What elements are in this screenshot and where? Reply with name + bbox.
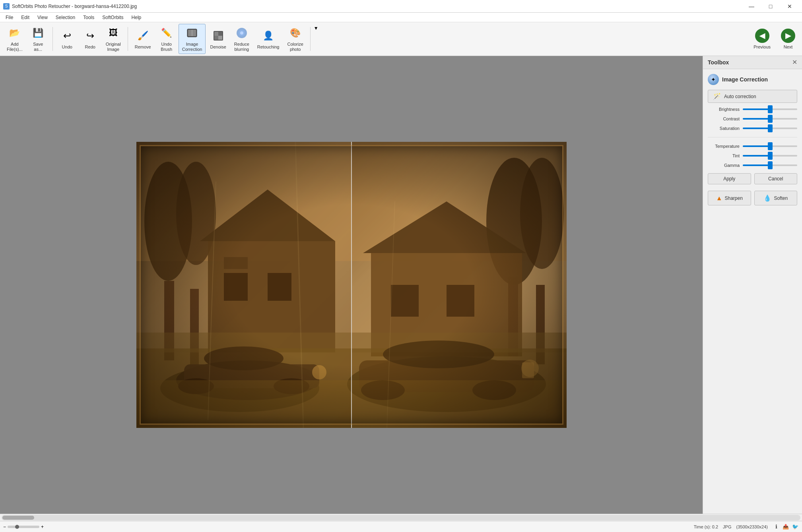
toolbox-panel: Toolbox ✕ ✦ Image Correction 🪄 Auto corr…	[703, 56, 802, 514]
save-as-button[interactable]: 💾 Saveas...	[27, 24, 49, 54]
redo-button[interactable]: ↪ Redo	[79, 27, 101, 52]
original-image-label: OriginalImage	[106, 42, 121, 52]
gamma-slider[interactable]	[743, 164, 797, 166]
tint-label: Tint	[708, 153, 740, 158]
maximize-button[interactable]: □	[761, 0, 780, 13]
zoom-out-button[interactable]: −	[3, 524, 6, 530]
undo-brush-button[interactable]: ✏️ UndoBrush	[155, 24, 178, 54]
denoise-button[interactable]: Denoise	[206, 27, 229, 52]
canvas-area[interactable]	[0, 56, 703, 514]
brightness-label: Brightness	[708, 107, 740, 112]
reduce-blurring-label: Reduceblurring	[234, 42, 249, 52]
gamma-label: Gamma	[708, 163, 740, 168]
image-container	[136, 142, 567, 428]
image-correction-button[interactable]: ImageCorrection	[179, 24, 206, 54]
format-status: JPG	[723, 524, 731, 529]
contrast-thumb[interactable]	[768, 115, 773, 123]
zoom-slider-thumb[interactable]	[15, 525, 19, 529]
cancel-button[interactable]: Cancel	[754, 173, 798, 184]
menu-item-view[interactable]: View	[33, 13, 52, 22]
toolbox-close-button[interactable]: ✕	[792, 59, 797, 66]
toolbar-more-button[interactable]: ▼	[314, 25, 318, 31]
previous-button[interactable]: ◀ Previous	[750, 27, 774, 52]
menu-item-edit[interactable]: Edit	[17, 13, 33, 22]
app-icon: S	[3, 3, 10, 10]
close-button[interactable]: ✕	[781, 0, 799, 13]
sharpen-soften-row: ▲ Sharpen 💧 Soften	[708, 191, 797, 205]
undo-label: Undo	[62, 44, 72, 50]
contrast-row: Contrast	[708, 116, 797, 121]
add-files-label: AddFile(s)...	[7, 42, 23, 52]
temperature-fill	[743, 145, 770, 147]
minimize-button[interactable]: —	[742, 0, 761, 13]
tint-slider[interactable]	[743, 155, 797, 157]
saturation-row: Saturation	[708, 126, 797, 131]
auto-correction-button[interactable]: 🪄 Auto correction	[708, 90, 797, 103]
original-image-icon: 🖼	[106, 26, 120, 40]
social-icon[interactable]: 🐦	[792, 523, 799, 530]
info-icon[interactable]: ℹ	[773, 523, 780, 530]
saturation-thumb[interactable]	[768, 124, 773, 132]
horizontal-scrollbar[interactable]	[2, 515, 800, 520]
toolbar-sep-3	[310, 27, 311, 51]
tint-row: Tint	[708, 153, 797, 158]
denoise-icon	[211, 29, 225, 43]
title-bar-left: S SoftOrbits Photo Retoucher - borgward-…	[3, 3, 137, 10]
image-correction-section-icon: ✦	[708, 74, 719, 85]
retouching-button[interactable]: 👤 Retouching	[254, 27, 283, 52]
image-correction-label: ImageCorrection	[182, 42, 202, 52]
redo-label: Redo	[85, 44, 95, 50]
sharpen-button[interactable]: ▲ Sharpen	[708, 191, 751, 205]
zoom-in-button[interactable]: +	[41, 524, 44, 530]
menu-item-help[interactable]: Help	[128, 13, 146, 22]
remove-button[interactable]: 🖌️ Remove	[131, 27, 155, 52]
colorize-photo-label: Colorizephoto	[287, 42, 303, 52]
menu-item-file[interactable]: File	[2, 13, 17, 22]
svg-rect-6	[214, 36, 218, 40]
menu-item-tools[interactable]: Tools	[79, 13, 98, 22]
reduce-blurring-button[interactable]: Reduceblurring	[231, 24, 253, 54]
horizontal-scrollbar-thumb[interactable]	[2, 516, 34, 520]
image-correction-icon	[185, 26, 199, 40]
saturation-slider[interactable]	[743, 128, 797, 129]
brightness-slider[interactable]	[743, 108, 797, 110]
svg-point-10	[240, 31, 243, 35]
saturation-fill	[743, 128, 770, 129]
temperature-slider[interactable]	[743, 145, 797, 147]
tint-fill	[743, 155, 770, 157]
next-button[interactable]: ▶ Next	[777, 27, 799, 52]
saturation-label: Saturation	[708, 126, 740, 131]
menu-item-softorbits[interactable]: SoftOrbits	[98, 13, 127, 22]
main-area: Toolbox ✕ ✦ Image Correction 🪄 Auto corr…	[0, 56, 802, 514]
zoom-slider[interactable]	[8, 526, 39, 528]
share-icon[interactable]: 📤	[782, 523, 789, 530]
sharpen-label: Sharpen	[724, 195, 742, 201]
colorize-photo-button[interactable]: 🎨 Colorizephoto	[284, 24, 307, 54]
toolbox-title: Toolbox	[708, 59, 729, 66]
image-display	[136, 142, 567, 428]
scene-svg	[136, 142, 567, 428]
status-left: − +	[3, 524, 44, 530]
apply-button[interactable]: Apply	[708, 173, 751, 184]
add-files-button[interactable]: 📂 AddFile(s)...	[3, 24, 26, 54]
gamma-thumb[interactable]	[768, 161, 773, 169]
retouching-icon: 👤	[261, 29, 276, 43]
status-icons: ℹ 📤 🐦	[773, 523, 799, 530]
original-image-button[interactable]: 🖼 OriginalImage	[102, 24, 124, 54]
previous-label: Previous	[753, 44, 771, 50]
undo-brush-label: UndoBrush	[161, 42, 172, 52]
menu-item-selection[interactable]: Selection	[52, 13, 79, 22]
brightness-row: Brightness	[708, 107, 797, 112]
undo-button[interactable]: ↩ Undo	[56, 27, 78, 52]
dimensions-status: (3500x2330x24)	[736, 524, 768, 529]
save-as-label: Saveas...	[33, 42, 43, 52]
soften-button[interactable]: 💧 Soften	[754, 191, 798, 205]
wand-icon: 🪄	[713, 93, 721, 100]
zoom-controls: − +	[3, 524, 44, 530]
title-bar-controls: — □ ✕	[742, 0, 799, 13]
tint-thumb[interactable]	[768, 152, 773, 160]
auto-correction-label: Auto correction	[724, 94, 756, 99]
brightness-thumb[interactable]	[768, 105, 773, 113]
contrast-slider[interactable]	[743, 118, 797, 120]
temperature-thumb[interactable]	[768, 142, 773, 150]
